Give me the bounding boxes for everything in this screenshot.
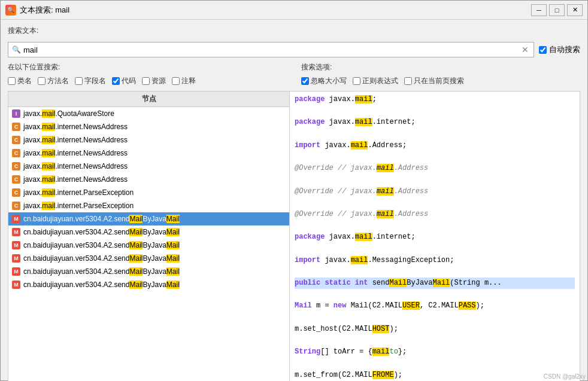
badge-c: C — [12, 123, 20, 131]
checkbox-code[interactable]: 代码 — [112, 76, 136, 86]
node-text: cn.baidujiayuan.ver5304.A2.sendMailByJav… — [23, 267, 180, 276]
node-text: javax.mail.internet.NewsAddress — [23, 136, 128, 144]
minimize-button[interactable]: ─ — [531, 4, 547, 16]
auto-search-row: 自动搜索 — [539, 44, 580, 55]
node-text: javax.mail.QuotaAwareStore — [23, 109, 114, 118]
app-icon: 🔍 — [5, 5, 16, 16]
checkbox-comment[interactable]: 注释 — [172, 76, 196, 86]
search-icon: 🔍 — [12, 45, 21, 54]
node-text: javax.mail.internet.NewsAddress — [23, 175, 128, 184]
checkbox-methodname[interactable]: 方法名 — [38, 76, 69, 86]
list-item[interactable]: M cn.baidujiayuan.ver5304.A2.sendMailByJ… — [8, 225, 289, 239]
checkbox-resource[interactable]: 资源 — [142, 76, 166, 86]
list-item[interactable]: C javax.mail.internet.NewsAddress — [8, 133, 289, 147]
nodes-panel-header: 节点 — [8, 92, 289, 107]
content-area: 搜索文本: 🔍 ✕ 自动搜索 在以下位置搜索: 类名 — [1, 20, 587, 381]
node-text: javax.mail.internet.NewsAddress — [23, 162, 128, 170]
window-title: 文本搜索: mail — [20, 5, 69, 16]
checkbox-classname[interactable]: 类名 — [8, 76, 32, 86]
badge-c: C — [12, 136, 20, 144]
badge-m: M — [12, 241, 20, 249]
badge-c: C — [12, 175, 20, 184]
list-item[interactable]: C javax.mail.internet.NewsAddress — [8, 160, 289, 173]
checkbox-code-input[interactable] — [112, 77, 120, 85]
search-options-label: 搜索选项: — [301, 62, 580, 72]
checkbox-comment-input[interactable] — [172, 77, 180, 85]
badge-c: C — [12, 188, 20, 197]
checkbox-regex[interactable]: 正则表达式 — [353, 76, 398, 86]
checkbox-current-page-input[interactable] — [404, 77, 412, 85]
main-window: 🔍 文本搜索: mail ─ □ ✕ 搜索文本: 🔍 ✕ 自动搜索 — [0, 0, 588, 381]
nodes-panel: 节点 I javax.mail.QuotaAwareStore C javax.… — [8, 92, 290, 381]
search-input[interactable] — [23, 45, 520, 54]
badge-m: M — [12, 267, 20, 276]
code-panel[interactable]: package javax.mail; package javax.mail.i… — [290, 92, 580, 381]
checkbox-ignore-case[interactable]: 忽略大小写 — [301, 76, 347, 86]
search-in-checkboxes: 类名 方法名 字段名 代码 — [8, 76, 287, 86]
node-text: javax.mail.internet.NewsAddress — [23, 123, 128, 131]
node-text: javax.mail.internet.ParseException — [23, 188, 134, 197]
badge-m: M — [12, 254, 20, 263]
watermark: CSDN @gal2xy — [544, 373, 586, 380]
badge-c: C — [12, 162, 20, 170]
checkbox-ignore-case-input[interactable] — [301, 77, 309, 85]
checkbox-resource-input[interactable] — [142, 77, 150, 85]
close-button[interactable]: ✕ — [567, 4, 583, 16]
search-options-checkboxes: 忽略大小写 正则表达式 只在当前页搜索 — [301, 76, 580, 86]
checkbox-regex-input[interactable] — [353, 77, 360, 85]
search-input-container: 🔍 ✕ — [8, 42, 534, 57]
nodes-list[interactable]: I javax.mail.QuotaAwareStore C javax.mai… — [8, 107, 289, 381]
checkbox-current-page[interactable]: 只在当前页搜索 — [404, 76, 464, 86]
search-in-group: 在以下位置搜索: 类名 方法名 字段名 — [8, 62, 287, 86]
node-text: cn.baidujiayuan.ver5304.A2.sendMailByJav… — [23, 241, 180, 249]
title-bar: 🔍 文本搜索: mail ─ □ ✕ — [1, 1, 587, 20]
badge-m: M — [12, 228, 20, 236]
list-item[interactable]: M cn.baidujiayuan.ver5304.A2.sendMailByJ… — [8, 278, 289, 291]
node-text: cn.baidujiayuan.ver5304.A2.sendMailByJav… — [23, 254, 180, 263]
badge-i: I — [12, 109, 20, 118]
badge-m: M — [12, 215, 20, 223]
results-container: 节点 I javax.mail.QuotaAwareStore C javax.… — [8, 91, 580, 381]
list-item[interactable]: C javax.mail.internet.ParseException — [8, 199, 289, 212]
list-item[interactable]: C javax.mail.internet.NewsAddress — [8, 120, 289, 133]
clear-button[interactable]: ✕ — [520, 45, 530, 54]
badge-m: M — [12, 281, 20, 289]
options-row: 在以下位置搜索: 类名 方法名 字段名 — [8, 62, 580, 86]
checkbox-fieldname-input[interactable] — [75, 77, 83, 85]
auto-search-checkbox[interactable] — [539, 46, 547, 54]
list-item[interactable]: M cn.baidujiayuan.ver5304.A2.sendMailByJ… — [8, 252, 289, 265]
list-item-selected[interactable]: M cn.baidujiayuan.ver5304.A2.sendMailByJ… — [8, 212, 289, 225]
checkbox-classname-input[interactable] — [8, 77, 16, 85]
list-item[interactable]: C javax.mail.internet.ParseException — [8, 186, 289, 199]
badge-c: C — [12, 202, 20, 210]
window-controls: ─ □ ✕ — [531, 4, 583, 16]
search-row: 🔍 ✕ 自动搜索 — [8, 42, 580, 57]
node-text: cn.baidujiayuan.ver5304.A2.sendMailByJav… — [23, 281, 180, 289]
node-text: javax.mail.internet.ParseException — [23, 202, 134, 210]
maximize-button[interactable]: □ — [549, 4, 565, 16]
list-item[interactable]: C javax.mail.internet.NewsAddress — [8, 173, 289, 186]
list-item[interactable]: C javax.mail.internet.NewsAddress — [8, 147, 289, 160]
auto-search-label[interactable]: 自动搜索 — [549, 44, 580, 55]
search-options-group: 搜索选项: 忽略大小写 正则表达式 只在当前页搜索 — [301, 62, 580, 86]
checkbox-fieldname[interactable]: 字段名 — [75, 76, 106, 86]
node-text: cn.baidujiayuan.ver5304.A2.sendMailByJav… — [23, 228, 180, 236]
node-text: javax.mail.internet.NewsAddress — [23, 149, 128, 157]
checkbox-methodname-input[interactable] — [38, 77, 46, 85]
title-bar-left: 🔍 文本搜索: mail — [5, 5, 69, 16]
list-item[interactable]: M cn.baidujiayuan.ver5304.A2.sendMailByJ… — [8, 265, 289, 278]
list-item[interactable]: M cn.baidujiayuan.ver5304.A2.sendMailByJ… — [8, 239, 289, 252]
badge-c: C — [12, 149, 20, 157]
list-item[interactable]: I javax.mail.QuotaAwareStore — [8, 107, 289, 120]
search-label: 搜索文本: — [8, 26, 580, 36]
search-in-label: 在以下位置搜索: — [8, 62, 287, 72]
node-text: cn.baidujiayuan.ver5304.A2.sendMailByJav… — [23, 215, 180, 223]
